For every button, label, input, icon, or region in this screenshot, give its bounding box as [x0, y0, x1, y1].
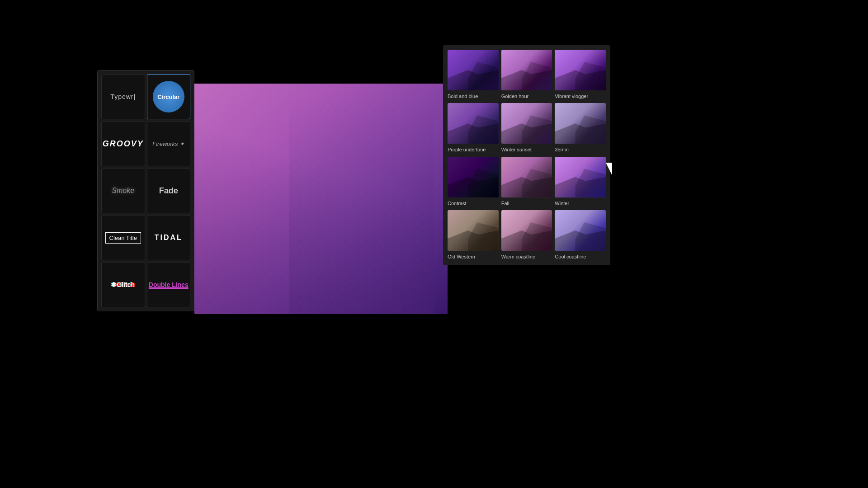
filter-thumbnail-bold-blue — [448, 50, 499, 90]
style-tidal[interactable]: TIDAL — [147, 215, 191, 260]
style-circular[interactable]: Circular — [147, 74, 191, 119]
style-double-lines-label: Double Lines — [149, 281, 189, 288]
filter-old-western[interactable]: Old Western — [448, 210, 499, 261]
filter-cool-coastline[interactable]: Cool coastline — [555, 210, 606, 261]
filter-contrast[interactable]: Contrast — [448, 157, 499, 207]
filter-warm-coastline[interactable]: Warm coastline — [501, 210, 552, 261]
filter-thumbnail-contrast — [448, 157, 499, 197]
filter-label-warm-coastline: Warm coastline — [501, 253, 552, 261]
style-glitch[interactable]: ✱Glitch — [101, 262, 145, 307]
style-typewriter[interactable]: Typewr| — [101, 74, 145, 119]
style-fade[interactable]: Fade — [147, 168, 191, 213]
filter-thumbnail-old-western — [448, 210, 499, 251]
filter-purple-undertone[interactable]: Purple undertone — [448, 103, 499, 154]
style-smoke-label: Smoke — [112, 187, 134, 195]
filter-label-fall: Fall — [501, 199, 552, 207]
filter-label-bold-blue: Bold and blue — [448, 92, 499, 100]
video-preview — [194, 84, 448, 314]
person-silhouette — [289, 97, 434, 314]
filter-label-35mm: 35mm — [555, 145, 606, 154]
filter-label-winter: Winter — [555, 199, 606, 207]
style-groovy[interactable]: GROOVY — [101, 121, 145, 166]
style-fireworks-label: Fireworks ✦ — [152, 141, 184, 147]
filter-thumbnail-warm-coastline — [501, 210, 552, 251]
style-glitch-label: ✱Glitch — [111, 281, 135, 288]
filter-thumbnail-golden-hour — [501, 50, 552, 90]
color-filters-panel: Bold and blueGolden hourVibrant vloggerP… — [443, 45, 610, 265]
filter-fall[interactable]: Fall — [501, 157, 552, 207]
style-circular-label: Circular — [153, 81, 184, 113]
filter-label-old-western: Old Western — [448, 253, 499, 261]
filter-35mm[interactable]: 35mm — [555, 103, 606, 154]
style-clean-title-label: Clean Title — [105, 232, 141, 244]
style-fireworks[interactable]: Fireworks ✦ — [147, 121, 191, 166]
filter-label-winter-sunset: Winter sunset — [501, 145, 552, 154]
style-clean-title[interactable]: Clean Title — [101, 215, 145, 260]
filter-label-contrast: Contrast — [448, 199, 499, 207]
text-styles-panel: Typewr| Circular GROOVY Fireworks ✦ Smok… — [97, 70, 194, 311]
filter-golden-hour[interactable]: Golden hour — [501, 50, 552, 100]
filter-thumbnail-winter — [555, 157, 606, 197]
filter-label-golden-hour: Golden hour — [501, 92, 552, 100]
filter-vibrant-vlogger[interactable]: Vibrant vlogger — [555, 50, 606, 100]
filter-thumbnail-vibrant-vlogger — [555, 50, 606, 90]
filter-winter-sunset[interactable]: Winter sunset — [501, 103, 552, 154]
style-smoke[interactable]: Smoke — [101, 168, 145, 213]
filter-label-purple-undertone: Purple undertone — [448, 145, 499, 154]
filter-thumbnail-fall — [501, 157, 552, 197]
filter-thumbnail-35mm — [555, 103, 606, 144]
style-fade-label: Fade — [159, 186, 178, 196]
filter-label-cool-coastline: Cool coastline — [555, 253, 606, 261]
filter-bold-blue[interactable]: Bold and blue — [448, 50, 499, 100]
style-typewriter-label: Typewr| — [110, 93, 136, 100]
style-groovy-label: GROOVY — [103, 139, 144, 149]
filter-thumbnail-cool-coastline — [555, 210, 606, 251]
filter-winter[interactable]: Winter — [555, 157, 606, 207]
style-tidal-label: TIDAL — [155, 234, 183, 242]
filter-thumbnail-winter-sunset — [501, 103, 552, 144]
style-double-lines[interactable]: Double Lines — [147, 262, 191, 307]
filter-thumbnail-purple-undertone — [448, 103, 499, 144]
mouse-cursor — [606, 163, 612, 175]
filter-label-vibrant-vlogger: Vibrant vlogger — [555, 92, 606, 100]
